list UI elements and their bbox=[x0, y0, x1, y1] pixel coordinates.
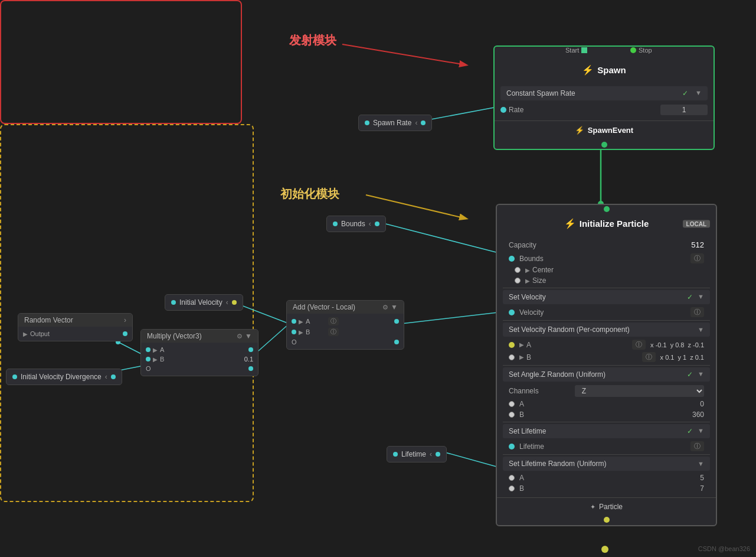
bounds-left-dot[interactable] bbox=[333, 222, 338, 226]
mul-o-dot[interactable] bbox=[248, 366, 253, 371]
center-label: Center bbox=[532, 266, 704, 274]
add-a-label: A bbox=[306, 318, 323, 325]
mul-gear[interactable]: ⚙ bbox=[237, 333, 243, 340]
svg-line-16 bbox=[401, 312, 503, 324]
bounds-chevron[interactable]: ‹ bbox=[369, 220, 371, 228]
vel-a-values: x -0.1 y 0.8 z -0.1 bbox=[650, 341, 704, 348]
lt-node-label: Lifetime bbox=[401, 450, 426, 458]
stop-dot[interactable] bbox=[630, 47, 636, 53]
add-chevron: ▼ bbox=[391, 303, 398, 311]
svg-line-0 bbox=[342, 44, 466, 65]
ivd-left-dot[interactable] bbox=[12, 374, 17, 379]
capacity-label: Capacity bbox=[509, 241, 536, 249]
mul-b-dot bbox=[146, 357, 150, 361]
angle-a-dot bbox=[509, 401, 515, 407]
bounds-node-label: Bounds bbox=[341, 220, 365, 228]
center-dot bbox=[515, 267, 521, 273]
multiply-header: Multiply (Vector3) ⚙ ▼ bbox=[141, 330, 258, 343]
rv-output-row: ▶ Output bbox=[23, 329, 127, 338]
spawn-event-label: SpawnEvent bbox=[588, 126, 633, 135]
iv-right-dot[interactable] bbox=[232, 300, 237, 305]
local-badge: LOCAL bbox=[683, 220, 710, 227]
spawn-rate-left-dot[interactable] bbox=[365, 120, 369, 125]
mul-b-label: B bbox=[160, 356, 178, 363]
vel-a-x: x -0.1 bbox=[650, 341, 667, 348]
spawn-rate-chevron[interactable]: ‹ bbox=[415, 119, 417, 127]
channels-label: Channels bbox=[509, 387, 569, 395]
set-lifetime-section[interactable]: Set Lifetime ✓ ▼ bbox=[503, 424, 710, 438]
angle-b-label: B bbox=[519, 411, 690, 419]
set-lifetime-random-section[interactable]: Set Lifetime Random (Uniform) ▼ bbox=[503, 457, 710, 471]
lt-a-label: A bbox=[519, 474, 698, 482]
add-a-dot bbox=[292, 319, 296, 324]
center-row: ▶ Center bbox=[503, 265, 710, 275]
add-b-dot bbox=[292, 330, 296, 334]
set-velocity-section[interactable]: Set Velocity ✓ ▼ bbox=[503, 290, 710, 304]
random-vector-node: Random Vector › ▶ Output bbox=[18, 313, 133, 341]
add-a-right-dot[interactable] bbox=[394, 319, 399, 324]
rv-output-dot[interactable] bbox=[123, 331, 127, 336]
rate-value[interactable]: 1 bbox=[660, 105, 708, 115]
sa-check: ✓ bbox=[687, 370, 693, 379]
ivd-chevron[interactable]: ‹ bbox=[105, 373, 107, 381]
add-a-row: ▶ A ⓛ bbox=[292, 316, 399, 327]
slr-chevron: ▼ bbox=[698, 460, 704, 467]
iv-left-dot[interactable] bbox=[171, 300, 176, 305]
rate-row: Rate 1 bbox=[500, 103, 708, 117]
size-dot bbox=[515, 278, 521, 284]
particle-output-dot[interactable] bbox=[604, 517, 610, 523]
set-velocity-label: Set Velocity bbox=[509, 293, 546, 301]
channels-row: Channels Z bbox=[503, 383, 710, 399]
velocity-dot bbox=[509, 310, 515, 315]
channels-select[interactable]: Z bbox=[575, 385, 704, 397]
mul-a-label: A bbox=[160, 346, 178, 353]
spawn-output-dot[interactable] bbox=[601, 142, 607, 148]
lt-right-dot[interactable] bbox=[436, 452, 440, 457]
vel-b-y: y 1 bbox=[678, 354, 686, 361]
constant-spawn-dropdown[interactable]: Constant Spawn Rate ✓ ▼ bbox=[500, 86, 708, 100]
dropdown-label: Constant Spawn Rate bbox=[506, 89, 575, 97]
ivd-right-dot[interactable] bbox=[111, 374, 116, 379]
mul-b-value: 0.1 bbox=[244, 356, 253, 363]
bounds-right-dot[interactable] bbox=[375, 222, 379, 226]
lt-left-dot[interactable] bbox=[393, 452, 398, 457]
set-angle-label: Set Angle.Z Random (Uniform) bbox=[509, 370, 606, 379]
init-title: Initialize Particle bbox=[580, 219, 649, 229]
annotation-init-text: 初始化模块 bbox=[280, 186, 339, 202]
lifetime-node: Lifetime ‹ bbox=[387, 446, 447, 462]
set-angle-section[interactable]: Set Angle.Z Random (Uniform) ✓ ▼ bbox=[503, 367, 710, 382]
iv-chevron[interactable]: ‹ bbox=[226, 298, 228, 307]
spawn-header: ⚡ Spawn bbox=[495, 60, 714, 80]
spawn-event-bolt: ⚡ bbox=[575, 126, 584, 135]
lifetime-prop-row: Lifetime ⓛ bbox=[503, 440, 710, 452]
mul-a-right-dot[interactable] bbox=[248, 347, 253, 352]
iv-divergence-node: Initial Velocity Divergence ‹ bbox=[6, 369, 122, 385]
add-gear[interactable]: ⚙ bbox=[382, 304, 388, 311]
spawn-rate-right-dot[interactable] bbox=[421, 120, 426, 125]
add-o-dot[interactable] bbox=[394, 340, 399, 344]
vel-a-y: y 0.8 bbox=[670, 341, 685, 348]
bounds-icon: ⓛ bbox=[690, 253, 704, 263]
sv-chevron: ▼ bbox=[698, 293, 704, 301]
init-input-dot[interactable] bbox=[604, 206, 610, 212]
lt-chevron[interactable]: ‹ bbox=[430, 450, 432, 458]
set-vel-random-label: Set Velocity Random (Per-component) bbox=[509, 325, 630, 334]
mul-o-row: O bbox=[146, 364, 253, 373]
lt-a-row: A 5 bbox=[503, 473, 710, 483]
lt-a-value: 5 bbox=[700, 474, 704, 482]
svg-line-5 bbox=[425, 106, 500, 120]
vel-a-z: z -0.1 bbox=[688, 341, 704, 348]
angle-a-value: 0 bbox=[700, 400, 704, 408]
size-label: Size bbox=[532, 276, 704, 285]
set-lifetime-label: Set Lifetime bbox=[509, 427, 546, 435]
vel-b-label: B bbox=[526, 353, 640, 361]
sl-chevron: ▼ bbox=[698, 427, 704, 435]
svg-line-1 bbox=[366, 195, 466, 219]
set-velocity-random-section[interactable]: Set Velocity Random (Per-component) ▼ bbox=[503, 323, 710, 337]
random-vector-header: Random Vector › bbox=[18, 314, 132, 327]
bounds-row: Bounds ⓛ bbox=[503, 252, 710, 265]
start-dot[interactable] bbox=[581, 47, 587, 53]
add-o-row: O bbox=[292, 337, 399, 347]
bounds-dot bbox=[509, 256, 515, 262]
rv-title: Random Vector bbox=[24, 316, 73, 324]
